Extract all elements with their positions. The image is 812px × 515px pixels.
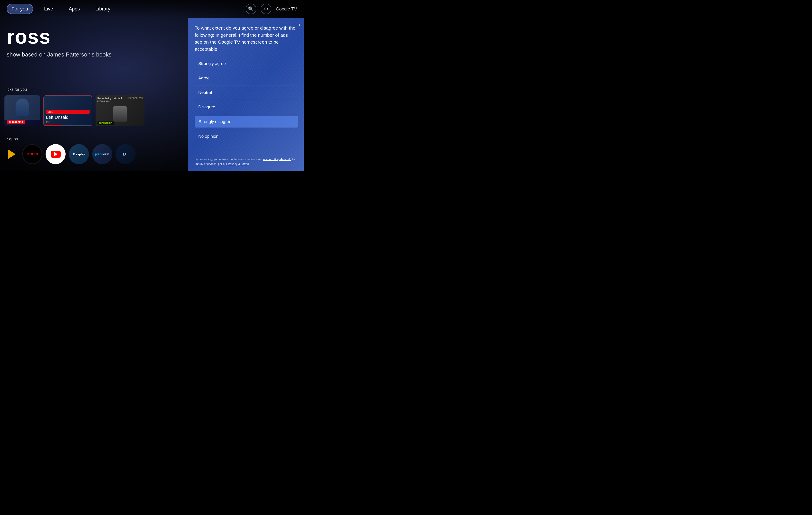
live-progress-fill xyxy=(44,125,61,126)
hero-content: ross show based on James Patterson's boo… xyxy=(7,27,112,58)
youtube-play-icon xyxy=(51,151,61,158)
survey-option-strongly-disagree[interactable]: Strongly disagree xyxy=(195,116,298,128)
ex-machina-badge: ex machina xyxy=(7,120,25,124)
nav-apps[interactable]: Apps xyxy=(64,4,84,13)
ex-machina-image xyxy=(4,95,40,120)
prime-label-main: prime xyxy=(95,153,103,156)
survey-option-strongly-agree[interactable]: Strongly agree xyxy=(195,58,298,69)
brand-label: Google TV xyxy=(276,6,297,11)
half-life-title: Remembering Half-Life 2 20 Years Later xyxy=(97,97,122,103)
survey-footer: By continuing, you agree Google uses you… xyxy=(195,154,298,166)
card-ex-machina[interactable]: ex machina xyxy=(4,95,40,126)
app-plex[interactable] xyxy=(4,147,19,162)
nav-for-you[interactable]: For you xyxy=(7,4,33,14)
hero-title: ross xyxy=(7,27,112,47)
survey-divider-4 xyxy=(195,114,298,114)
survey-option-disagree[interactable]: Disagree xyxy=(195,102,298,113)
plex-chevron-icon xyxy=(8,149,16,159)
survey-option-no-opinion[interactable]: No opinion xyxy=(195,131,298,142)
survey-footer-text: By continuing, you agree Google uses you… xyxy=(195,158,263,161)
top-navigation: For you Live Apps Library 🔍 ⚙ Google TV xyxy=(0,0,303,18)
search-icon: 🔍 xyxy=(248,6,254,11)
prime-label-sub: video xyxy=(103,153,109,156)
settings-button[interactable]: ⚙ xyxy=(261,4,271,14)
app-prime-video[interactable]: prime video xyxy=(92,144,112,164)
survey-divider-5 xyxy=(195,129,298,129)
card-left-unsaid[interactable]: LIVE Left Unsaid ion xyxy=(44,95,92,126)
silhouette-figure xyxy=(16,99,29,116)
card-half-life[interactable]: Remembering Half-Life 2 20 Years Later H… xyxy=(95,95,144,126)
rtx-badge: HALF-LIFE² RTX xyxy=(127,97,143,99)
app-freeplay[interactable]: Freeplay xyxy=(69,144,89,164)
live-badge: LIVE xyxy=(46,110,90,114)
app-youtube[interactable] xyxy=(46,144,65,164)
disney-label: D+ xyxy=(123,152,128,157)
nav-library[interactable]: Library xyxy=(91,4,115,13)
nav-live[interactable]: Live xyxy=(40,4,58,13)
survey-divider-2 xyxy=(195,85,298,85)
survey-options: Strongly agree Agree Neutral Disagree St… xyxy=(195,58,298,151)
survey-footer-link-privacy[interactable]: Privacy xyxy=(228,162,238,165)
netflix-label: NETFLIX xyxy=(26,153,38,156)
freeplay-label: Freeplay xyxy=(73,153,85,156)
survey-footer-end: . xyxy=(249,162,250,165)
live-progress-bar xyxy=(44,125,92,126)
survey-option-agree[interactable]: Agree xyxy=(195,73,298,84)
survey-divider-3 xyxy=(195,100,298,100)
survey-footer-and: & xyxy=(237,162,241,165)
survey-footer-link-account[interactable]: account & system info xyxy=(263,158,291,161)
app-disney[interactable]: D+ xyxy=(116,144,136,164)
app-netflix[interactable]: NETFLIX xyxy=(22,144,42,164)
survey-footer-link-terms[interactable]: Terms xyxy=(241,162,249,165)
survey-close-button[interactable]: › xyxy=(298,21,300,28)
youtube-triangle-icon xyxy=(54,152,58,156)
hero-subtitle: show based on James Patterson's books xyxy=(7,51,112,58)
survey-question: To what extent do you agree or disagree … xyxy=(195,25,298,53)
channel-ion: ion xyxy=(46,120,90,124)
survey-panel: › To what extent do you agree or disagre… xyxy=(188,18,303,171)
geforce-badge: GEFORCE RTX xyxy=(97,121,114,125)
survey-option-neutral[interactable]: Neutral xyxy=(195,87,298,98)
search-button[interactable]: 🔍 xyxy=(245,4,256,14)
settings-icon: ⚙ xyxy=(264,6,268,11)
card-title-left-unsaid: Left Unsaid xyxy=(46,115,90,120)
nav-items: For you Live Apps Library xyxy=(7,4,115,14)
nav-right: 🔍 ⚙ Google TV xyxy=(245,4,297,14)
